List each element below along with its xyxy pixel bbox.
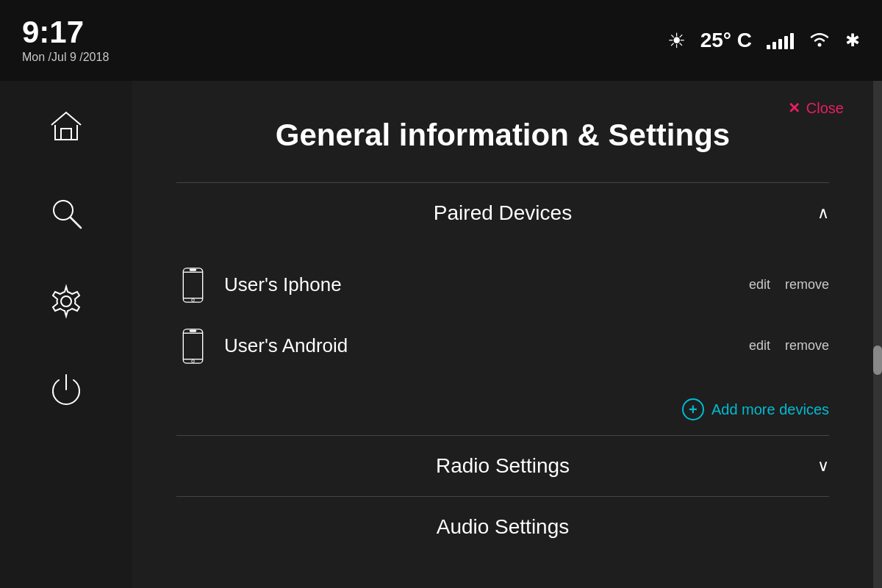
radio-settings-title: Radio Settings bbox=[436, 454, 570, 478]
iphone-name: User's Iphone bbox=[224, 273, 749, 296]
android-remove-button[interactable]: remove bbox=[785, 338, 829, 354]
page-title: General information & Settings bbox=[176, 118, 829, 153]
audio-settings-title: Audio Settings bbox=[437, 515, 570, 539]
bluetooth-icon: ✱ bbox=[845, 30, 860, 51]
wifi-icon bbox=[808, 29, 831, 53]
bar2 bbox=[772, 42, 776, 49]
main-layout: ✕ Close General information & Settings P… bbox=[0, 81, 882, 588]
signal-icon bbox=[767, 32, 794, 49]
paired-devices-chevron: ∧ bbox=[817, 204, 829, 223]
clock-time: 9:17 bbox=[22, 17, 109, 48]
android-name: User's Android bbox=[224, 334, 749, 357]
android-actions: edit remove bbox=[749, 338, 829, 354]
audio-settings-header[interactable]: Audio Settings bbox=[176, 497, 829, 557]
paired-devices-header[interactable]: Paired Devices ∧ bbox=[176, 183, 829, 243]
svg-point-4 bbox=[61, 296, 71, 306]
close-label: Close bbox=[806, 100, 844, 117]
add-devices-label: Add more devices bbox=[711, 401, 829, 418]
iphone-icon bbox=[176, 265, 209, 305]
bar5 bbox=[790, 33, 794, 49]
svg-point-0 bbox=[818, 43, 822, 46]
svg-rect-9 bbox=[190, 269, 196, 270]
scrollbar-track[interactable] bbox=[873, 81, 882, 588]
close-button[interactable]: ✕ Close bbox=[788, 99, 844, 117]
weather-icon: ☀ bbox=[667, 29, 686, 53]
bar4 bbox=[784, 36, 788, 49]
radio-settings-chevron: ∨ bbox=[817, 456, 829, 476]
sidebar-item-power[interactable] bbox=[44, 368, 88, 412]
status-right: ☀ 25° C ✱ bbox=[667, 29, 860, 53]
sidebar-item-settings[interactable] bbox=[44, 279, 88, 323]
radio-settings-header[interactable]: Radio Settings ∨ bbox=[176, 436, 829, 496]
svg-line-3 bbox=[71, 218, 81, 228]
sidebar-item-home[interactable] bbox=[44, 103, 88, 147]
scrollbar-thumb[interactable] bbox=[873, 345, 882, 375]
android-icon bbox=[176, 326, 209, 366]
iphone-actions: edit remove bbox=[749, 277, 829, 293]
time-block: 9:17 Mon /Jul 9 /2018 bbox=[22, 17, 109, 64]
iphone-remove-button[interactable]: remove bbox=[785, 277, 829, 293]
svg-point-10 bbox=[192, 298, 195, 301]
device-item-iphone: User's Iphone edit remove bbox=[176, 254, 829, 315]
status-bar: 9:17 Mon /Jul 9 /2018 ☀ 25° C ✱ bbox=[0, 0, 882, 81]
android-edit-button[interactable]: edit bbox=[749, 338, 770, 354]
sidebar bbox=[0, 81, 132, 588]
bar1 bbox=[767, 45, 770, 49]
sidebar-item-search[interactable] bbox=[44, 191, 88, 235]
svg-point-2 bbox=[54, 201, 73, 220]
iphone-edit-button[interactable]: edit bbox=[749, 277, 770, 293]
add-circle-icon: + bbox=[682, 398, 704, 420]
svg-rect-11 bbox=[183, 329, 202, 362]
paired-devices-title: Paired Devices bbox=[434, 201, 572, 225]
content-area: ✕ Close General information & Settings P… bbox=[132, 81, 873, 588]
device-list: User's Iphone edit remove U bbox=[176, 243, 829, 391]
svg-rect-1 bbox=[61, 129, 71, 140]
bar3 bbox=[778, 39, 782, 49]
device-item-android: User's Android edit remove bbox=[176, 315, 829, 376]
date-display: Mon /Jul 9 /2018 bbox=[22, 51, 109, 64]
close-icon: ✕ bbox=[788, 99, 800, 117]
svg-rect-14 bbox=[190, 330, 196, 331]
svg-rect-5 bbox=[183, 268, 202, 301]
svg-point-15 bbox=[192, 359, 195, 362]
add-devices-row[interactable]: + Add more devices bbox=[176, 391, 829, 435]
temperature-display: 25° C bbox=[700, 29, 752, 52]
